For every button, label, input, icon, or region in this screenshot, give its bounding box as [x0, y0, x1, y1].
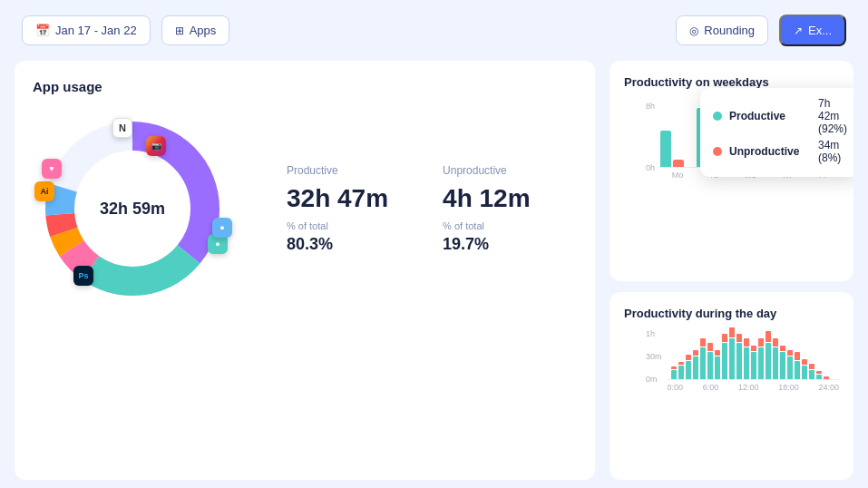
day-bar-productive [715, 356, 720, 379]
tooltip-productive-val: 7h 42m (92%) [818, 97, 847, 135]
day-bar-group [824, 327, 829, 379]
day-bar-unproductive [715, 350, 720, 356]
stats-area: Productive 32h 47m % of total 80.3% Unpr… [268, 164, 577, 254]
unproductive-stat: Unproductive 4h 12m % of total 19.7% [443, 164, 531, 254]
day-bar-productive [795, 361, 800, 379]
day-bar-unproductive [824, 376, 829, 379]
day-y-1h: 1h [646, 329, 662, 338]
app-usage-title: App usage [33, 79, 577, 94]
day-bar-unproductive [671, 366, 677, 369]
tooltip-productive-label: Productive [729, 110, 811, 122]
day-bar-productive [816, 375, 822, 379]
x-24: 24:00 [818, 383, 839, 392]
day-bar-group [795, 327, 800, 379]
day-bar-group [751, 327, 756, 379]
export-label: Ex... [808, 24, 832, 37]
day-bar-group [773, 327, 778, 379]
day-bar-group [809, 327, 814, 379]
day-chart-wrapper: 1h 30m 0m 0:00 6:00 12:00 18:00 24:00 [624, 327, 839, 392]
day-bar-group [816, 327, 822, 379]
weekday-panel: Productivity on weekdays Productive 7h 4… [610, 61, 853, 281]
chart-area: 32h 59m N 📷 ● Ps Ai ● ♥ [33, 109, 577, 308]
day-bar-unproductive [707, 343, 713, 351]
bar-mo-productive [660, 131, 671, 167]
x-6: 6:00 [703, 383, 719, 392]
day-bars [668, 327, 839, 380]
day-bar-group [715, 327, 720, 379]
apps-label: Apps [190, 24, 217, 37]
unproductive-label: Unproductive [443, 164, 531, 177]
day-bar-productive [802, 366, 807, 379]
rounding-label: Rounding [704, 24, 755, 37]
tooltip-unproductive-dot [713, 147, 722, 156]
day-bar-unproductive [751, 346, 756, 351]
day-bar-unproductive [773, 338, 778, 346]
bar-group-mo [660, 108, 684, 167]
unproductive-pct: 19.7% [443, 235, 531, 254]
y-label-0h: 0h [646, 163, 655, 172]
day-bar-unproductive [686, 355, 691, 360]
x-0: 0:00 [668, 383, 684, 392]
productive-pct: 80.3% [287, 235, 388, 254]
date-range-label: Jan 17 - Jan 22 [55, 24, 137, 37]
day-y-axis: 1h 30m 0m [646, 327, 662, 384]
day-bar-group [671, 327, 677, 379]
tooltip: Productive 7h 42m (92%) Unproductive 34m… [700, 88, 853, 177]
donut-container: 32h 59m N 📷 ● Ps Ai ● ♥ [33, 109, 232, 308]
day-bar-unproductive [700, 338, 706, 346]
day-bar-group [758, 327, 764, 379]
tooltip-unproductive-row: Unproductive 34m (8%) [713, 139, 847, 164]
grid-icon: ⊞ [175, 24, 184, 37]
day-bar-productive [729, 338, 735, 379]
day-bar-group [736, 327, 742, 379]
day-bar-group [787, 327, 793, 379]
day-bar-unproductive [693, 350, 698, 356]
day-bar-unproductive [678, 362, 684, 365]
day-bar-productive [693, 356, 698, 379]
export-icon: ↗ [794, 24, 803, 37]
day-bar-group [693, 327, 698, 379]
app-usage-panel: App usage [15, 61, 595, 480]
day-bar-unproductive [795, 352, 800, 360]
export-button[interactable]: ↗ Ex... [779, 15, 846, 46]
y-label-8h: 8h [646, 102, 655, 111]
bar-pair-mo [660, 108, 684, 167]
productive-label: Productive [287, 164, 388, 177]
bar-mo-unproductive [673, 160, 684, 167]
rounding-icon: ◎ [689, 24, 698, 37]
day-bar-unproductive [816, 371, 822, 374]
day-bar-productive [780, 352, 785, 379]
rounding-button[interactable]: ◎ Rounding [676, 15, 768, 45]
main-content: App usage [0, 61, 868, 488]
day-bar-group [780, 327, 785, 379]
day-x-labels: 0:00 6:00 12:00 18:00 24:00 [668, 380, 839, 392]
day-bar-productive [707, 352, 713, 379]
day-bar-productive [809, 370, 814, 379]
unproductive-value: 4h 12m [443, 184, 531, 213]
x-label-mo: Mo [666, 171, 689, 180]
right-panels: Productivity on weekdays Productive 7h 4… [610, 61, 853, 480]
day-bar-group [729, 327, 735, 379]
day-chart-inner: 0:00 6:00 12:00 18:00 24:00 [668, 327, 839, 392]
day-bar-unproductive [744, 338, 749, 346]
day-bar-unproductive [787, 350, 793, 356]
top-bar: 📅 Jan 17 - Jan 22 ⊞ Apps ◎ Rounding ↗ Ex… [0, 0, 868, 61]
day-bar-productive [744, 347, 749, 379]
date-range-button[interactable]: 📅 Jan 17 - Jan 22 [22, 15, 151, 45]
unproductive-pct-label: % of total [443, 220, 531, 231]
day-bar-productive [787, 356, 793, 379]
x-18: 18:00 [778, 383, 799, 392]
day-bar-group [802, 327, 807, 379]
productive-stat: Productive 32h 47m % of total 80.3% [287, 164, 388, 254]
day-bar-productive [700, 347, 706, 379]
day-bar-unproductive [802, 359, 807, 365]
day-bar-unproductive [766, 331, 771, 342]
apps-button[interactable]: ⊞ Apps [161, 15, 230, 45]
day-bar-productive [736, 343, 742, 379]
day-bar-productive [766, 343, 771, 379]
productive-value: 32h 47m [287, 184, 388, 213]
day-bar-group [686, 327, 691, 379]
day-y-30m: 30m [646, 352, 662, 361]
day-bar-productive [671, 370, 677, 379]
day-bar-group [707, 327, 713, 379]
